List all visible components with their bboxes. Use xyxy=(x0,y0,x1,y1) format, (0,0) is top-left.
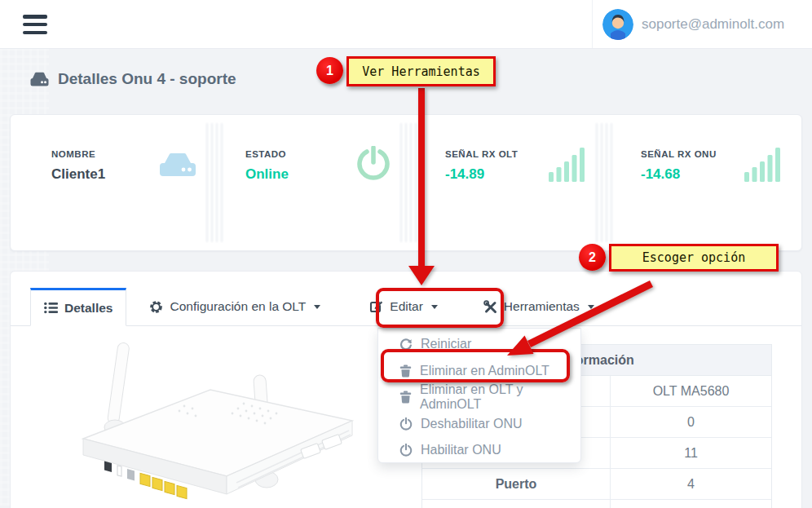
router-icon xyxy=(158,151,197,182)
table-row xyxy=(422,500,771,508)
row-value: 0 xyxy=(611,407,771,437)
stat-label: SEÑAL RX OLT xyxy=(445,149,518,159)
list-icon xyxy=(44,302,58,314)
callout-text: Ver Herramientas xyxy=(362,64,480,79)
stat-senal-rx-olt: SEÑAL RX OLT -14.89 xyxy=(445,149,518,183)
avatar[interactable] xyxy=(602,9,633,40)
power-icon xyxy=(356,146,391,185)
edit-icon xyxy=(369,300,383,313)
stat-value: -14.68 xyxy=(641,166,717,183)
user-email[interactable]: soporte@adminolt.com xyxy=(642,0,784,49)
tab-configuracion-olt[interactable]: Configuración en la OLT xyxy=(136,288,333,325)
refresh-icon xyxy=(399,338,413,351)
chevron-down-icon xyxy=(431,305,438,309)
callout-step-1: 1 xyxy=(316,57,343,84)
tab-label: Detalles xyxy=(64,301,113,316)
topbar-divider xyxy=(592,0,593,48)
gear-icon xyxy=(149,300,163,314)
menu-item-label: Deshabilitar ONU xyxy=(421,417,522,431)
menu-item-deshabilitar-onu[interactable]: Deshabilitar ONU xyxy=(378,411,580,438)
stat-separator xyxy=(596,123,614,242)
row-value: OLT MA5680 xyxy=(611,376,771,406)
power-icon xyxy=(399,417,413,431)
trash-icon xyxy=(399,364,412,378)
stat-estado: ESTADO Online xyxy=(245,149,289,183)
stats-card: NOMBRE Cliente1 ESTADO Online SEÑAL RX O… xyxy=(10,114,802,251)
callout-number: 1 xyxy=(326,64,333,78)
stat-separator xyxy=(400,123,418,242)
hamburger-menu-icon[interactable] xyxy=(23,15,47,34)
stat-label: NOMBRE xyxy=(51,149,105,159)
callout-text: Escoger opción xyxy=(642,250,745,265)
menu-item-label: Eliminar en OLT y AdminOLT xyxy=(420,382,580,412)
menu-item-habilitar-onu[interactable]: Habilitar ONU xyxy=(378,437,580,464)
herramientas-dropdown-menu: Reiniciar Eliminar en AdminOLT Eliminar … xyxy=(377,328,581,463)
callout-label-ver-herramientas: Ver Herramientas xyxy=(346,56,496,86)
stat-label: ESTADO xyxy=(245,149,289,159)
row-label: Puerto xyxy=(422,469,611,499)
page-title: Detalles Onu 4 - soporte xyxy=(58,70,236,88)
stat-senal-rx-onu: SEÑAL RX ONU -14.68 xyxy=(641,149,717,183)
onu-device-icon xyxy=(29,71,50,87)
chevron-down-icon xyxy=(314,305,320,309)
tab-label: Configuración en la OLT xyxy=(170,299,306,314)
page-heading: Detalles Onu 4 - soporte xyxy=(29,70,236,88)
top-bar: soporte@adminolt.com xyxy=(0,0,812,49)
tab-editar[interactable]: Editar xyxy=(356,288,451,325)
stat-value: Cliente1 xyxy=(51,166,105,183)
stat-label: SEÑAL RX ONU xyxy=(641,149,717,159)
tab-herramientas[interactable]: Herramientas xyxy=(470,288,607,325)
chevron-down-icon xyxy=(588,305,594,309)
stat-separator xyxy=(206,123,224,242)
tab-label: Editar xyxy=(390,299,423,314)
row-label xyxy=(422,500,611,508)
onu-product-image xyxy=(33,336,383,508)
menu-item-eliminar-olt-adminolt[interactable]: Eliminar en OLT y AdminOLT xyxy=(378,384,580,411)
table-row: Puerto 4 xyxy=(422,469,771,500)
stat-value: -14.89 xyxy=(445,166,518,183)
row-value: 4 xyxy=(611,469,771,499)
menu-item-eliminar-adminolt[interactable]: Eliminar en AdminOLT xyxy=(378,358,580,385)
menu-item-label: Reiniciar xyxy=(421,337,471,351)
power-icon xyxy=(399,444,413,457)
tab-detalles[interactable]: Detalles xyxy=(30,288,126,326)
callout-label-escoger-opcion: Escoger opción xyxy=(609,244,779,272)
tools-icon xyxy=(483,300,497,314)
callout-step-2: 2 xyxy=(579,244,606,271)
trash-icon xyxy=(399,391,412,404)
row-value: 11 xyxy=(611,438,771,468)
stat-value-online: Online xyxy=(245,166,289,183)
tab-bar: Detalles Configuración en la OLT Editar xyxy=(11,288,801,326)
menu-item-reiniciar[interactable]: Reiniciar xyxy=(378,331,580,358)
stat-nombre: NOMBRE Cliente1 xyxy=(51,149,105,183)
menu-item-label: Habilitar ONU xyxy=(421,443,501,457)
row-value xyxy=(611,500,771,508)
menu-item-label: Eliminar en AdminOLT xyxy=(420,364,549,378)
callout-number: 2 xyxy=(589,250,596,265)
tab-label: Herramientas xyxy=(504,299,580,314)
signal-bars-icon xyxy=(549,148,585,185)
signal-bars-icon xyxy=(744,148,780,185)
